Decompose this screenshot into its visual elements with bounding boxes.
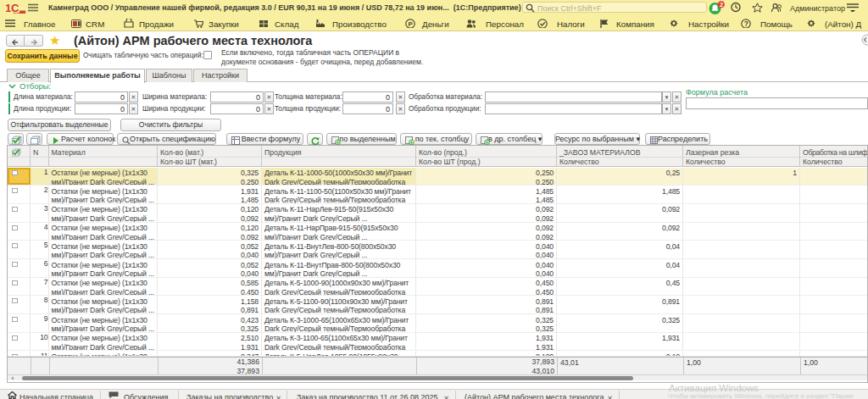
svg-text:С: С (11, 2, 19, 14)
svg-text:?: ? (744, 19, 748, 28)
svg-text:2: 2 (720, 1, 723, 8)
svg-text:Р: Р (408, 20, 413, 28)
